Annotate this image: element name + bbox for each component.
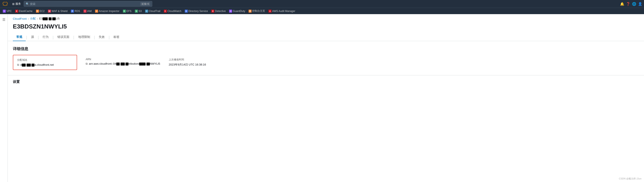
svc-guardduty-label: GuardDuty <box>233 10 245 13</box>
svc-vpc[interactable]: V VPC <box>1 9 13 13</box>
grid-icon: ⊞ <box>12 2 14 6</box>
svc-elasticache[interactable]: E ElastiCache <box>14 9 34 13</box>
settings-section-title: 设置 <box>8 75 644 88</box>
detective-icon: D <box>211 10 214 13</box>
svc-cloudtrail-label: CloudTrail <box>149 10 160 13</box>
domain-name-label: 分配域名 <box>17 58 73 62</box>
domain-name-text: d a.cloudfront.net <box>20 63 54 66</box>
services-menu[interactable]: ⊞ 服务 <box>10 1 23 6</box>
svc-console[interactable]: ⚙ 控制台主页 <box>247 9 266 13</box>
svc-detective[interactable]: D Detective <box>210 9 227 13</box>
last-modified-label: 上次修改时间 <box>169 58 229 62</box>
search-bar[interactable]: 🔍 近项+5 <box>24 1 152 7</box>
main-content: CloudFront › 分配 › E3 LI5 E3BDSZN1NWYLI5 … <box>8 14 644 182</box>
help-icon[interactable]: ❓ <box>626 2 630 6</box>
svc-efs[interactable]: E EFS <box>122 9 133 13</box>
s3-icon: S <box>135 10 138 13</box>
audit-icon: A <box>268 10 272 13</box>
svc-inspector[interactable]: A Amazon Inspector <box>94 9 121 13</box>
svc-iam[interactable]: I IAM <box>82 9 93 13</box>
svc-elasticache-label: ElastiCache <box>19 10 32 13</box>
tab-behaviors[interactable]: 行为 <box>39 34 52 41</box>
svc-detective-label: Detective <box>215 10 226 13</box>
svc-console-label: 控制台主页 <box>252 9 265 13</box>
details-section-title: 详细信息 <box>13 46 639 52</box>
search-icon: 🔍 <box>26 2 29 6</box>
svc-s3-label: S3 <box>138 10 142 13</box>
vpc-icon: V <box>3 10 6 13</box>
sidebar-toggle: ☰ <box>0 14 8 182</box>
breadcrumb-sep1: › <box>28 17 29 20</box>
cloudtrail-icon: C <box>145 10 148 13</box>
svc-directory-label: Directory Service <box>188 10 208 13</box>
svc-rds-label: RDS <box>74 10 80 13</box>
tab-invalidations[interactable]: 失效 <box>95 34 108 41</box>
domain-name-card: 分配域名 ⧉ d a.cloudfront.net <box>13 55 77 70</box>
notifications-icon[interactable]: 🔔 <box>620 2 624 6</box>
svc-vpc-label: VPC <box>6 10 12 13</box>
svc-waf-label: WAF & Shield <box>52 10 68 13</box>
tab-general[interactable]: 常规 <box>13 34 26 41</box>
tab-tags[interactable]: 标签 <box>110 34 123 41</box>
elasticache-icon: E <box>15 10 18 13</box>
breadcrumb-sep2: › <box>37 17 38 20</box>
cloudwatch-icon: C <box>164 10 167 13</box>
svc-cloudtrail[interactable]: C CloudTrail <box>144 9 162 13</box>
rds-icon: R <box>71 10 74 13</box>
copy-domain-icon[interactable]: ⧉ <box>17 63 19 66</box>
svc-guardduty[interactable]: G GuardDuty <box>228 9 247 13</box>
account-icon[interactable]: 👤 <box>638 2 642 6</box>
breadcrumb: CloudFront › 分配 › E3 LI5 <box>8 14 644 20</box>
domain-name-value: ⧉ d a.cloudfront.net <box>17 63 73 66</box>
directory-icon: D <box>185 10 188 13</box>
svc-audit[interactable]: A AWS Audit Manager <box>267 9 297 13</box>
breadcrumb-cloudfront[interactable]: CloudFront <box>13 17 26 20</box>
guardduty-icon: G <box>229 10 232 13</box>
page-wrapper: ☰ CloudFront › 分配 › E3 LI5 E3BDSZN1NWYLI… <box>0 14 644 182</box>
arn-text: arn:aws:cloudfront::04 tribution/ NWYLI5 <box>89 62 160 66</box>
menu-icon[interactable]: ☰ <box>2 18 5 22</box>
efs-icon: E <box>123 10 126 13</box>
tab-origins[interactable]: 源 <box>28 34 38 41</box>
copy-arn-icon[interactable]: ⧉ <box>86 62 88 66</box>
inspector-icon: A <box>95 10 98 13</box>
footer-watermark: CSDN @魔法师-JJun <box>619 177 642 180</box>
arn-label: ARN <box>86 58 160 61</box>
info-grid: 分配域名 ⧉ d a.cloudfront.net ARN ⧉ <box>13 55 639 70</box>
search-input[interactable] <box>30 2 140 6</box>
svc-rds[interactable]: R RDS <box>69 9 81 13</box>
svc-audit-label: AWS Audit Manager <box>272 10 295 13</box>
breadcrumb-current: E3 LI5 <box>39 17 60 20</box>
svc-efs-label: EFS <box>126 10 132 13</box>
tab-error-pages[interactable]: 错误页面 <box>54 34 73 41</box>
arn-value: ⧉ arn:aws:cloudfront::04 tribution/ NWYL… <box>86 62 160 66</box>
svc-cloudwatch[interactable]: C CloudWatch <box>162 9 183 13</box>
svc-waf[interactable]: W WAF & Shield <box>46 9 69 13</box>
svc-ec2-label: EC2 <box>40 10 44 13</box>
waf-icon: W <box>48 10 51 13</box>
svc-ec2[interactable]: E EC2 <box>34 9 46 13</box>
top-bar: ⊞ 服务 🔍 近项+5 🔔 ❓ 🌐 👤 <box>0 0 644 8</box>
svc-directory[interactable]: D Directory Service <box>183 9 210 13</box>
aws-logo[interactable] <box>2 2 8 6</box>
details-section: 详细信息 分配域名 ⧉ d a.cloudfront.net <box>8 41 644 75</box>
arn-card: ARN ⧉ arn:aws:cloudfront::04 tribution/ … <box>86 55 160 68</box>
region-icon[interactable]: 🌐 <box>632 2 636 6</box>
breadcrumb-distributions[interactable]: 分配 <box>30 17 36 20</box>
top-bar-icons: 🔔 ❓ 🌐 👤 <box>620 2 642 6</box>
tabs-bar: 常规 | 源 | 行为 | 错误页面 | 地理限制 | 失效 | <box>8 30 644 41</box>
svc-inspector-label: Amazon Inspector <box>99 10 120 13</box>
services-ribbon: V VPC E ElastiCache E EC2 W WAF & Shield… <box>0 8 644 14</box>
svc-s3[interactable]: S S3 <box>134 9 143 13</box>
page-title: E3BDSZN1NWYLI5 <box>8 20 644 30</box>
iam-icon: I <box>84 10 86 13</box>
ec2-icon: E <box>36 10 39 13</box>
tab-geo-restriction[interactable]: 地理限制 <box>75 34 94 41</box>
svc-iam-label: IAM <box>87 10 92 13</box>
svc-cloudwatch-label: CloudWatch <box>168 10 181 13</box>
last-modified-value: 2023年9月14日 UTC 16:38:16 <box>169 63 229 66</box>
console-icon: ⚙ <box>248 10 252 13</box>
search-tag: 近项+5 <box>140 2 150 6</box>
last-modified-card: 上次修改时间 2023年9月14日 UTC 16:38:16 <box>169 55 229 70</box>
